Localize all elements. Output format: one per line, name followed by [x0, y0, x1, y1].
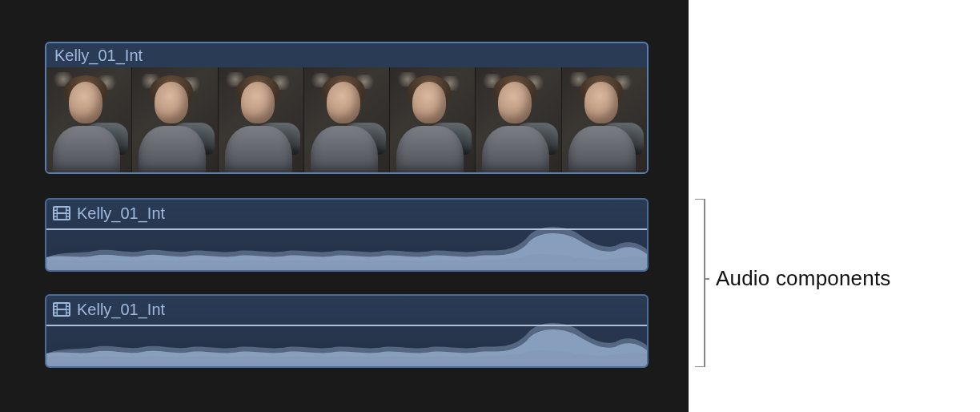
svg-rect-5 — [66, 208, 69, 210]
svg-rect-6 — [66, 211, 69, 213]
video-clip[interactable]: Kelly_01_Int — [45, 42, 649, 174]
svg-rect-7 — [66, 214, 69, 216]
svg-rect-18 — [66, 310, 69, 313]
audio-waveform — [46, 318, 647, 366]
audio-waveform — [46, 222, 647, 270]
annotation-label: Audio components — [716, 266, 891, 291]
video-filmstrip — [46, 67, 647, 172]
video-thumbnail — [132, 67, 218, 172]
video-thumbnail — [562, 67, 647, 172]
filmstrip-icon — [53, 302, 70, 317]
audio-volume-line[interactable] — [46, 325, 647, 326]
video-thumbnail — [219, 67, 304, 172]
audio-component-2[interactable]: Kelly_01_Int — [45, 294, 649, 368]
svg-rect-14 — [54, 310, 57, 313]
filmstrip-icon — [53, 206, 70, 220]
audio-volume-line[interactable] — [46, 228, 647, 230]
audio-component-1[interactable]: Kelly_01_Int — [45, 198, 649, 272]
audio-clip-label: Kelly_01_Int — [77, 204, 165, 223]
svg-rect-4 — [54, 217, 57, 219]
svg-rect-9 — [58, 208, 66, 212]
timeline-area: Kelly_01_Int — [0, 0, 689, 412]
video-thumbnail — [476, 67, 561, 172]
svg-rect-10 — [58, 214, 66, 219]
svg-rect-17 — [66, 307, 69, 309]
svg-rect-20 — [58, 304, 66, 309]
svg-rect-12 — [54, 304, 57, 306]
clip-title: Kelly_01_Int — [46, 43, 647, 67]
svg-rect-19 — [66, 313, 69, 315]
video-thumbnail — [46, 67, 132, 172]
svg-rect-1 — [54, 208, 57, 210]
audio-clip-label: Kelly_01_Int — [77, 301, 165, 319]
svg-rect-13 — [54, 307, 57, 309]
svg-rect-8 — [66, 217, 69, 219]
video-thumbnail — [390, 67, 476, 172]
svg-rect-3 — [54, 214, 57, 216]
svg-rect-16 — [66, 304, 69, 306]
svg-rect-21 — [58, 310, 66, 315]
video-thumbnail — [304, 67, 390, 172]
annotation-bracket — [693, 199, 709, 367]
svg-rect-15 — [54, 313, 57, 315]
svg-rect-2 — [54, 211, 57, 213]
